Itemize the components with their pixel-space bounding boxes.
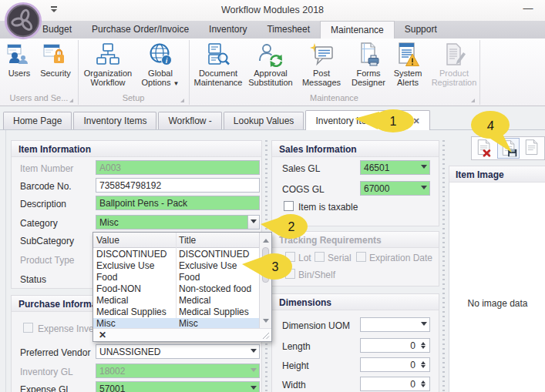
column-header-value[interactable]: Value bbox=[96, 235, 119, 246]
combo-arrow-icon[interactable] bbox=[247, 345, 259, 358]
doc-tab-workflow[interactable]: Workflow - bbox=[158, 112, 221, 129]
scroll-down-icon[interactable] bbox=[263, 319, 269, 326]
item-taxable-label: Item is taxable bbox=[298, 202, 358, 213]
item-image-panel: Item Image bbox=[449, 166, 545, 183]
doc-tab-home-page[interactable]: Home Page bbox=[3, 112, 72, 129]
combo-arrow-icon[interactable] bbox=[418, 161, 429, 174]
svg-text:1: 1 bbox=[390, 115, 397, 128]
subcategory-label: SubCategory bbox=[20, 236, 74, 246]
product-registration-button: Product Registration bbox=[429, 42, 479, 91]
dropdown-row-discontinued[interactable]: DISCONTINUEDDISCONTINUED bbox=[93, 249, 259, 260]
spinner-arrows-icon[interactable] bbox=[418, 340, 429, 351]
ribbon-tab-support[interactable]: Support bbox=[395, 21, 447, 39]
security-button[interactable]: Security bbox=[37, 42, 74, 91]
app-logo-icon[interactable] bbox=[4, 2, 42, 40]
description-field[interactable]: Ballpoint Pens - Pack bbox=[96, 196, 260, 210]
globe-options-icon: i bbox=[148, 42, 173, 67]
callout-2: 2 bbox=[259, 213, 308, 242]
combo-arrow-icon[interactable] bbox=[418, 318, 429, 331]
ribbon-tab-maintenance[interactable]: Maintenance bbox=[320, 21, 395, 39]
approval-substitution-button[interactable]: Approval Substitution bbox=[246, 42, 295, 91]
doc-tab-inventory-items[interactable]: Inventory Items bbox=[73, 112, 156, 129]
window-title: Workflow Modules 2018 bbox=[0, 5, 545, 15]
category-dropdown-popup: Value Title DISCONTINUEDDISCONTINUED Exc… bbox=[93, 232, 272, 342]
spinner-arrows-icon[interactable] bbox=[418, 378, 429, 390]
callout-3: 3 bbox=[241, 251, 293, 282]
dropdown-footer: ✕ bbox=[93, 328, 271, 341]
serial-checkbox bbox=[315, 252, 325, 262]
serial-label: Serial bbox=[328, 253, 352, 263]
cogs-gl-combo[interactable]: 67000 bbox=[360, 181, 430, 196]
item-image-header: Item Image bbox=[449, 166, 545, 183]
resize-grip-icon[interactable] bbox=[261, 331, 270, 340]
quick-access-dropdown-icon[interactable] bbox=[51, 6, 58, 15]
barcode-field[interactable]: 735854798192 bbox=[96, 178, 260, 193]
dimension-uom-combo[interactable] bbox=[360, 317, 430, 332]
ribbon-tab-timesheet[interactable]: Timesheet bbox=[257, 21, 320, 39]
dropdown-row-medical-supplies[interactable]: Medical SuppliesMedical Supplies bbox=[93, 307, 259, 318]
dropdown-row-exclusive-use[interactable]: Exclusive UseExclusive Use bbox=[93, 260, 259, 272]
height-spinner[interactable]: 0 bbox=[360, 357, 430, 372]
document-icon bbox=[523, 139, 541, 157]
group-dialog-launcher-icon[interactable] bbox=[69, 99, 73, 102]
organization-workflow-button[interactable]: Organization Workflow bbox=[80, 42, 136, 91]
combo-arrow-icon[interactable] bbox=[247, 382, 259, 392]
clear-selection-icon[interactable]: ✕ bbox=[99, 330, 106, 340]
security-lock-icon bbox=[43, 42, 68, 67]
sales-gl-label: Sales GL bbox=[282, 163, 320, 174]
cogs-gl-label: COGS GL bbox=[282, 184, 325, 195]
person-swap-icon bbox=[258, 42, 283, 67]
category-combo[interactable]: Misc bbox=[96, 215, 260, 230]
doc-tab-lookup-values[interactable]: Lookup Values bbox=[224, 112, 304, 129]
item-image-area: No image data bbox=[449, 183, 545, 392]
group-dialog-launcher-icon[interactable] bbox=[180, 99, 184, 102]
width-spinner[interactable]: 0 bbox=[360, 377, 430, 391]
inventory-gl-combo: 18002 bbox=[96, 364, 260, 378]
inventory-gl-label: Inventory GL bbox=[20, 367, 73, 377]
ribbon-group-setup: Setup bbox=[78, 93, 189, 105]
group-dialog-launcher-icon[interactable] bbox=[471, 99, 475, 102]
dropdown-arrow-glyph: ▼ bbox=[173, 80, 180, 87]
dropdown-row-food-non[interactable]: Food-NONNon-stocked food bbox=[93, 283, 259, 295]
ribbon-group-users-security: Users and Se... bbox=[0, 93, 78, 105]
combo-arrow-icon bbox=[247, 364, 259, 377]
lot-label: Lot bbox=[298, 253, 311, 263]
sales-information-header: Sales Information bbox=[272, 141, 439, 157]
category-dropdown-arrow-icon[interactable] bbox=[247, 216, 259, 229]
users-button[interactable]: Users bbox=[3, 42, 35, 91]
sales-gl-combo[interactable]: 46501 bbox=[360, 160, 430, 175]
preferred-vendor-combo[interactable]: UNASSIGNED bbox=[96, 344, 260, 359]
item-number-field: A003 bbox=[96, 160, 260, 175]
status-label: Status bbox=[20, 274, 46, 285]
global-options-button[interactable]: i Global Options ▼ bbox=[137, 42, 183, 91]
document-maintenance-button[interactable]: Document Maintenance bbox=[193, 42, 243, 91]
expiration-date-label: Expiration Date bbox=[369, 253, 432, 263]
forms-designer-button[interactable]: Forms Designer bbox=[345, 42, 392, 91]
post-messages-button[interactable]: Post Messages bbox=[297, 42, 346, 91]
page-printer-icon bbox=[356, 42, 381, 67]
dropdown-row-food[interactable]: FoodFood bbox=[93, 272, 259, 283]
users-icon bbox=[7, 42, 32, 67]
system-alerts-button[interactable]: System Alerts bbox=[386, 42, 429, 91]
spinner-arrows-icon[interactable] bbox=[418, 359, 429, 370]
vertical-splitter[interactable] bbox=[442, 140, 445, 392]
width-label: Width bbox=[282, 380, 306, 390]
combo-arrow-icon[interactable] bbox=[418, 182, 429, 195]
no-image-text: No image data bbox=[449, 298, 545, 309]
description-label: Description bbox=[20, 199, 66, 209]
item-taxable-checkbox[interactable] bbox=[284, 201, 294, 211]
ribbon-tab-purchase-order-invoice[interactable]: Purchase Order/Invoice bbox=[82, 21, 199, 39]
ribbon-tab-inventory[interactable]: Inventory bbox=[199, 21, 257, 39]
length-label: Length bbox=[282, 341, 311, 352]
expiration-date-checkbox bbox=[356, 252, 366, 262]
org-chart-icon bbox=[96, 42, 120, 67]
length-spinner[interactable]: 0 bbox=[360, 338, 430, 353]
more-image-button[interactable] bbox=[521, 138, 543, 159]
title-bar: Workflow Modules 2018 — bbox=[0, 0, 545, 21]
dropdown-row-medical[interactable]: MedicalMedical bbox=[93, 295, 259, 307]
expense-gl-combo[interactable]: 57001 bbox=[96, 381, 260, 392]
column-header-title[interactable]: Title bbox=[179, 235, 196, 246]
category-label: Category bbox=[20, 218, 58, 229]
minimize-button[interactable]: — bbox=[519, 1, 537, 16]
product-type-label: Product Type bbox=[20, 255, 75, 266]
